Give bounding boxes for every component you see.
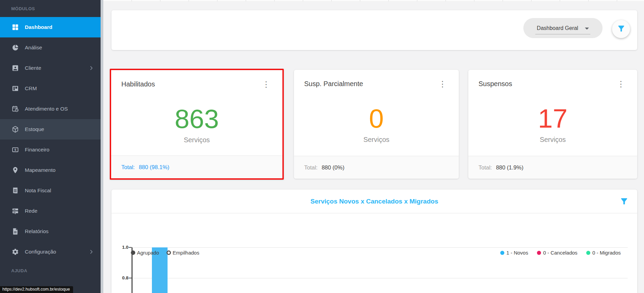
sidebar-item-label: Análise <box>25 45 42 51</box>
calendar-clock-icon <box>12 105 19 113</box>
sidebar-nav: Dashboard Análise Cliente <box>0 17 101 262</box>
legend-label: 0 - Cancelados <box>543 250 577 256</box>
legend-dot <box>537 251 541 255</box>
card-title: Susp. Parcialmente <box>304 80 363 88</box>
card-value: 0 <box>294 105 459 132</box>
legend-label: 1 - Novos <box>506 250 528 256</box>
sidebar-item-label: CRM <box>25 85 37 92</box>
sidebar-item-label: Estoque <box>25 126 44 132</box>
chevron-right-icon <box>89 66 94 70</box>
chart-legend: 1 - Novos 0 - Cancelados 0 - Migrados <box>500 250 621 256</box>
y-tick <box>129 247 132 248</box>
top-edge-strip <box>103 0 644 2</box>
caret-down-icon <box>585 28 589 30</box>
svg-text:$: $ <box>14 148 16 151</box>
chart-plot-area: 1.0 0.8 0.6 Agrupado Empilhados <box>111 213 637 293</box>
total-value: 880 (0%) <box>321 164 344 171</box>
card-value-block: 0 Serviços <box>294 105 459 144</box>
card-value-block: 863 Serviços <box>111 105 282 144</box>
document-icon <box>12 228 19 235</box>
kanban-icon <box>12 85 19 92</box>
sidebar-section-modules: MÓDULOS <box>0 0 101 17</box>
app-root: MÓDULOS Dashboard Análise Cliente <box>0 0 644 293</box>
card-title: Habilitados <box>121 80 155 88</box>
sidebar-item-mapeamento[interactable]: Mapeamento <box>0 160 101 180</box>
kebab-menu-button[interactable]: ⋮ <box>436 77 449 91</box>
filter-button[interactable] <box>612 20 630 38</box>
sidebar-item-analise[interactable]: Análise <box>0 37 101 58</box>
chevron-right-icon <box>89 249 94 254</box>
sidebar-item-rede[interactable]: Rede <box>0 201 101 221</box>
total-value: 880 (1.9%) <box>496 164 523 171</box>
sidebar-item-label: Relatórios <box>25 228 49 234</box>
gridline-1-0 <box>133 247 628 248</box>
sidebar-item-label: Financeiro <box>25 147 49 153</box>
filter-icon <box>620 202 629 207</box>
sidebar-item-crm[interactable]: CRM <box>0 78 101 99</box>
sidebar-item-configuracao[interactable]: Configuração <box>0 242 101 262</box>
sidebar-item-estoque[interactable]: Estoque <box>0 119 101 140</box>
radio-agrupado[interactable]: Agrupado <box>131 250 159 256</box>
card-value: 17 <box>468 105 637 132</box>
sidebar-item-nota-fiscal[interactable]: Nota Fiscal <box>0 180 101 201</box>
y-tick-label: 1.0 <box>115 245 128 250</box>
card-value: 863 <box>111 105 282 132</box>
total-value: 880 (98.1%) <box>139 164 169 170</box>
radio-empilhados[interactable]: Empilhados <box>167 250 199 256</box>
server-icon <box>12 207 19 215</box>
legend-item-migrados[interactable]: 0 - Migrados <box>586 250 621 256</box>
legend-item-cancelados[interactable]: 0 - Cancelados <box>537 250 577 256</box>
header-card: Dashboard Geral <box>111 10 637 50</box>
card-total-link[interactable]: Total: 880 (98.1%) <box>111 156 282 178</box>
y-tick <box>129 278 132 278</box>
receipt-icon <box>12 187 19 194</box>
sidebar-section-ajuda: AJUDA <box>0 262 101 279</box>
sidebar-item-dashboard[interactable]: Dashboard <box>0 17 101 37</box>
status-url-tooltip: https://dev2.hubsoft.com.br/estoque <box>0 286 73 293</box>
card-total: Total: 880 (1.9%) <box>468 156 637 179</box>
radio-selected-icon <box>131 250 135 255</box>
chart-mode-controls: Agrupado Empilhados <box>131 250 199 256</box>
filter-icon <box>617 24 626 34</box>
card-unit: Serviços <box>111 136 282 144</box>
legend-label: 0 - Migrados <box>592 250 621 256</box>
radio-label: Agrupado <box>137 250 159 256</box>
sidebar-item-atendimento[interactable]: Atendimento e OS <box>0 99 101 119</box>
total-label: Total: <box>478 164 492 171</box>
sidebar-item-cliente[interactable]: Cliente <box>0 58 101 78</box>
stat-card-susp-parcialmente: Susp. Parcialmente ⋮ 0 Serviços Total: 8… <box>294 70 459 179</box>
stat-card-suspensos: Suspensos ⋮ 17 Serviços Total: 880 (1.9%… <box>468 70 637 179</box>
kebab-menu-button[interactable]: ⋮ <box>614 77 628 91</box>
card-unit: Serviços <box>468 136 637 144</box>
sidebar-item-financeiro[interactable]: $ Financeiro <box>0 140 101 160</box>
chart-title: Serviços Novos x Cancelados x Migrados <box>111 190 637 213</box>
card-unit: Serviços <box>294 136 459 144</box>
radio-label: Empilhados <box>173 250 199 256</box>
chart-filter-button[interactable] <box>619 197 629 206</box>
kebab-menu-button[interactable]: ⋮ <box>259 78 273 91</box>
y-tick-label: 0.8 <box>115 275 128 280</box>
sidebar-item-label: Cliente <box>25 65 41 71</box>
card-value-block: 17 Serviços <box>468 105 637 144</box>
sidebar-item-label: Atendimento e OS <box>25 106 68 112</box>
gear-icon <box>12 248 19 256</box>
radio-unselected-icon <box>167 250 171 255</box>
pie-chart-icon <box>12 44 19 51</box>
grid-icon <box>12 23 19 31</box>
sidebar-item-label: Mapeamento <box>25 167 55 173</box>
dashboard-select[interactable]: Dashboard Geral <box>523 18 603 38</box>
gridline-0-8 <box>133 278 628 278</box>
chart-header: Serviços Novos x Cancelados x Migrados <box>111 190 637 213</box>
sidebar-item-relatorios[interactable]: Relatórios <box>0 221 101 242</box>
chart-card: Serviços Novos x Cancelados x Migrados 1… <box>111 190 637 293</box>
map-pin-icon <box>12 166 19 174</box>
total-label: Total: <box>304 164 317 171</box>
legend-dot <box>586 251 590 255</box>
legend-dot <box>500 251 504 255</box>
dashboard-select-value: Dashboard Geral <box>537 25 578 31</box>
card-total: Total: 880 (0%) <box>294 156 459 179</box>
sidebar-item-label: Dashboard <box>25 24 52 30</box>
sidebar-scrollbar[interactable] <box>101 0 103 293</box>
legend-item-novos[interactable]: 1 - Novos <box>500 250 528 256</box>
person-card-icon <box>12 64 19 72</box>
